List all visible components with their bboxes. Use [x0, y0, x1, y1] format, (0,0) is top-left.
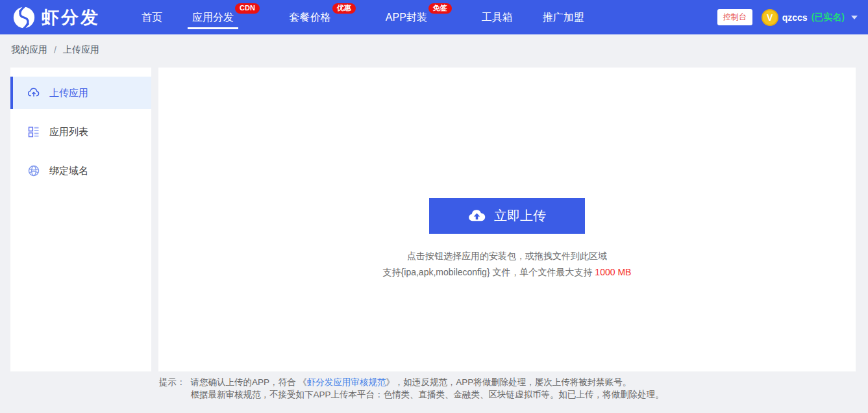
- nav-item-toolbox[interactable]: 工具箱: [482, 0, 513, 34]
- breadcrumb-separator: /: [54, 45, 56, 55]
- username: qzccs: [782, 12, 808, 23]
- nav-item-label: APP封装: [386, 0, 427, 34]
- console-button[interactable]: 控制台: [717, 9, 752, 25]
- upload-hint-line1: 点击按钮选择应用的安装包，或拖拽文件到此区域: [158, 251, 856, 262]
- nav-item-app-distribution[interactable]: 应用分发 CDN: [192, 0, 260, 34]
- tips-content: 请您确认上传的APP，符合 《虾分发应用审核规范》，如违反规范，APP将做删除处…: [191, 376, 664, 401]
- max-size-value: 1000 MB: [595, 267, 631, 277]
- user-menu[interactable]: V qzccs (已实名): [762, 9, 858, 26]
- nav-item-pricing[interactable]: 套餐价格 优惠: [290, 0, 356, 34]
- upload-now-button[interactable]: 立即上传: [429, 198, 585, 234]
- nav-item-home[interactable]: 首页: [142, 0, 162, 34]
- tips-line1-text: 请您确认上传的APP，符合 《: [191, 377, 307, 387]
- verified-badge: (已实名): [812, 12, 845, 23]
- sidebar-item-label: 绑定域名: [49, 165, 88, 177]
- nav-item-app-packaging[interactable]: APP封装 免签: [386, 0, 452, 34]
- nav-item-label: 应用分发: [192, 0, 234, 34]
- brand-logo[interactable]: 虾分发: [12, 5, 100, 30]
- nav-item-label: 推广加盟: [543, 0, 584, 34]
- breadcrumb: 我的应用 / 上传应用: [0, 34, 868, 66]
- cloud-upload-icon: [27, 86, 40, 99]
- cloud-upload-filled-icon: [468, 207, 486, 225]
- sidebar-item-upload-app[interactable]: 上传应用: [10, 77, 151, 109]
- cdn-badge: CDN: [235, 3, 260, 14]
- shrimp-logo-icon: [12, 5, 36, 30]
- chevron-down-icon: [851, 16, 858, 19]
- upload-hint-prefix: 支持{ipa,apk,mobileconfig} 文件，单个文件最大支持: [383, 267, 595, 277]
- globe-icon: [27, 164, 40, 177]
- nav-item-label: 首页: [142, 0, 162, 34]
- top-nav-bar: 虾分发 首页 应用分发 CDN 套餐价格 优惠 APP封装 免签 工具箱 推广加…: [0, 0, 868, 34]
- tips-line1-text: 》，如违反规范，APP将做删除处理，屡次上传将被封禁账号。: [386, 377, 631, 387]
- tips-line2: 根据最新审核规范，不接受如下APP上传本平台：色情类、直播类、金融类、区块链虚拟…: [191, 388, 664, 401]
- breadcrumb-my-apps[interactable]: 我的应用: [11, 44, 47, 56]
- nav-item-label: 套餐价格: [290, 0, 331, 34]
- header-right: 控制台 V qzccs (已实名): [717, 9, 858, 26]
- breadcrumb-upload-app: 上传应用: [63, 44, 99, 56]
- review-rules-link[interactable]: 虾分发应用审核规范: [307, 377, 386, 387]
- avatar: V: [762, 9, 778, 26]
- sidebar-item-label: 应用列表: [49, 126, 88, 138]
- free-sign-badge: 免签: [428, 3, 452, 14]
- tips-line1: 请您确认上传的APP，符合 《虾分发应用审核规范》，如违反规范，APP将做删除处…: [191, 376, 664, 388]
- sidebar-item-label: 上传应用: [49, 87, 88, 99]
- upload-button-label: 立即上传: [494, 207, 546, 225]
- nav-item-label: 工具箱: [482, 0, 513, 34]
- tips-label: 提示：: [159, 376, 186, 401]
- app-list-icon: [27, 125, 40, 138]
- upload-drop-zone[interactable]: 立即上传 点击按钮选择应用的安装包，或拖拽文件到此区域 支持{ipa,apk,m…: [158, 68, 856, 371]
- nav-item-promotion[interactable]: 推广加盟: [543, 0, 584, 34]
- sidebar-item-app-list[interactable]: 应用列表: [10, 116, 151, 148]
- upload-hint-line2: 支持{ipa,apk,mobileconfig} 文件，单个文件最大支持 100…: [158, 267, 856, 279]
- tips-note: 提示： 请您确认上传的APP，符合 《虾分发应用审核规范》，如违反规范，APP将…: [159, 376, 664, 401]
- sidebar-item-bind-domain[interactable]: 绑定域名: [10, 155, 151, 187]
- brand-name: 虾分发: [42, 6, 100, 29]
- sidebar: 上传应用 应用列表 绑定域名: [10, 68, 151, 371]
- avatar-letter: V: [767, 12, 773, 23]
- discount-badge: 优惠: [332, 3, 356, 14]
- main-nav: 首页 应用分发 CDN 套餐价格 优惠 APP封装 免签 工具箱 推广加盟: [142, 0, 584, 34]
